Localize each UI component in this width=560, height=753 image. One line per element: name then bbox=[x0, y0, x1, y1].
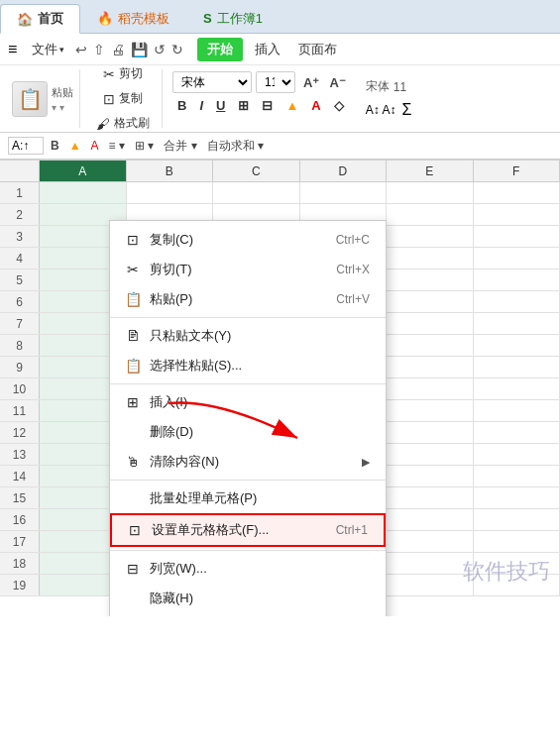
eraser-btn[interactable]: ◇ bbox=[329, 97, 349, 114]
quick-bold[interactable]: B bbox=[48, 138, 62, 154]
cell-F12[interactable] bbox=[474, 422, 561, 443]
paste-btn[interactable]: 📋 bbox=[12, 81, 48, 117]
quick-merge[interactable]: 合并 ▾ bbox=[161, 137, 199, 156]
cell-A1[interactable] bbox=[40, 182, 127, 203]
cell-E2[interactable] bbox=[387, 204, 474, 225]
redo1-btn[interactable]: ⇧ bbox=[93, 42, 105, 57]
start-btn[interactable]: 开始 bbox=[197, 38, 243, 61]
cell-F10[interactable] bbox=[474, 378, 561, 399]
copy-btn[interactable]: ⊡ 复制 bbox=[97, 88, 149, 109]
ctx-item-hide[interactable]: 隐藏(H) bbox=[110, 584, 386, 613]
cell-E10[interactable] bbox=[387, 378, 474, 399]
cell-F8[interactable] bbox=[474, 335, 561, 356]
cell-E18[interactable] bbox=[387, 553, 474, 574]
cell-E12[interactable] bbox=[387, 422, 474, 443]
cell-E7[interactable] bbox=[387, 313, 474, 334]
cell-E6[interactable] bbox=[387, 291, 474, 312]
table-row[interactable]: 1 bbox=[0, 182, 560, 204]
insert-menu[interactable]: 插入 bbox=[249, 39, 286, 60]
quick-autosum[interactable]: 自动求和 ▾ bbox=[204, 137, 267, 156]
ctx-item-insert[interactable]: ⊞插入(I) bbox=[110, 387, 386, 417]
border-btn[interactable]: ⊞ bbox=[233, 97, 254, 114]
cell-E3[interactable] bbox=[387, 226, 474, 247]
cell-F9[interactable] bbox=[474, 357, 561, 377]
bold-btn[interactable]: B bbox=[172, 97, 191, 114]
ctx-item-delete[interactable]: 删除(D) bbox=[110, 417, 386, 447]
italic-btn[interactable]: I bbox=[194, 97, 208, 114]
cell-F17[interactable] bbox=[474, 531, 561, 552]
cell-E14[interactable] bbox=[387, 466, 474, 486]
format-painter-btn[interactable]: 🖌 格式刷 bbox=[90, 113, 156, 134]
cell-F15[interactable] bbox=[474, 487, 561, 508]
font-name-select[interactable]: 宋体 bbox=[172, 71, 252, 93]
cell-F14[interactable] bbox=[474, 466, 561, 486]
quick-fill[interactable]: ▲ bbox=[66, 138, 84, 154]
hamburger-icon[interactable]: ≡ bbox=[8, 41, 17, 58]
cell-F2[interactable] bbox=[474, 204, 561, 225]
cell-E8[interactable] bbox=[387, 335, 474, 356]
cell-E17[interactable] bbox=[387, 531, 474, 552]
cell-E5[interactable] bbox=[387, 269, 474, 290]
col-header-b[interactable]: B bbox=[127, 161, 214, 181]
fill-color-btn[interactable]: ▲ bbox=[280, 97, 303, 114]
cell-F13[interactable] bbox=[474, 444, 561, 465]
file-menu[interactable]: 文件 ▾ bbox=[27, 39, 69, 60]
cell-E13[interactable] bbox=[387, 444, 474, 465]
col-header-d[interactable]: D bbox=[300, 161, 388, 181]
name-box[interactable]: A:↑ bbox=[8, 137, 44, 155]
cell-F19[interactable] bbox=[474, 575, 561, 595]
ctx-item-paste-special[interactable]: 📋选择性粘贴(S)... bbox=[110, 351, 386, 380]
undo-btn[interactable]: ↩ bbox=[75, 42, 87, 57]
redo2-btn[interactable]: ↻ bbox=[171, 42, 183, 57]
ctx-item-col-width[interactable]: ⊟列宽(W)... bbox=[110, 554, 386, 584]
cell-C1[interactable] bbox=[213, 182, 300, 203]
cell-E9[interactable] bbox=[387, 357, 474, 377]
cell-F1[interactable] bbox=[474, 182, 561, 203]
cell-F3[interactable] bbox=[474, 226, 561, 247]
cell-F4[interactable] bbox=[474, 248, 561, 269]
cell-D1[interactable] bbox=[300, 182, 388, 203]
cell-E1[interactable] bbox=[387, 182, 474, 203]
tab-template[interactable]: 🔥 稻壳模板 bbox=[80, 3, 186, 33]
font-color-btn[interactable]: A bbox=[306, 97, 325, 114]
ctx-item-paste[interactable]: 📋粘贴(P)Ctrl+V bbox=[110, 284, 386, 314]
col-header-c[interactable]: C bbox=[213, 161, 300, 181]
ctx-item-clear[interactable]: 🖱清除内容(N)▶ bbox=[110, 447, 386, 477]
ctx-item-format-cell[interactable]: ⊡设置单元格格式(F)...Ctrl+1 bbox=[110, 513, 386, 547]
cell-F16[interactable] bbox=[474, 509, 561, 530]
font-decrease-btn[interactable]: A⁻ bbox=[325, 74, 349, 91]
ctx-item-copy[interactable]: ⊡复制(C)Ctrl+C bbox=[110, 225, 386, 255]
quick-align[interactable]: ≡ ▾ bbox=[106, 138, 128, 154]
underline-btn[interactable]: U bbox=[211, 97, 230, 114]
ctx-item-batch[interactable]: 批量处理单元格(P) bbox=[110, 484, 386, 513]
border2-btn[interactable]: ⊟ bbox=[257, 97, 278, 114]
cell-F5[interactable] bbox=[474, 269, 561, 290]
font-size-select[interactable]: 11 bbox=[256, 71, 295, 93]
ctx-item-paste-text[interactable]: 🖹只粘贴文本(Y) bbox=[110, 321, 386, 351]
quick-fontcolor[interactable]: A bbox=[88, 138, 102, 154]
cell-E11[interactable] bbox=[387, 400, 474, 421]
cell-F11[interactable] bbox=[474, 400, 561, 421]
ctx-item-cut[interactable]: ✂剪切(T)Ctrl+X bbox=[110, 255, 386, 284]
quick-border[interactable]: ⊞ ▾ bbox=[132, 138, 157, 154]
page-layout-menu[interactable]: 页面布 bbox=[292, 39, 343, 60]
cell-B1[interactable] bbox=[127, 182, 214, 203]
cell-F6[interactable] bbox=[474, 291, 561, 312]
cell-E19[interactable] bbox=[387, 575, 474, 595]
font-increase-btn[interactable]: A⁺ bbox=[299, 74, 323, 91]
cut-btn[interactable]: ✂ 剪切 bbox=[97, 63, 149, 84]
print-btn[interactable]: 🖨 bbox=[111, 42, 125, 57]
col-header-e[interactable]: E bbox=[387, 161, 474, 181]
cell-E15[interactable] bbox=[387, 487, 474, 508]
col-header-f[interactable]: F bbox=[474, 161, 561, 181]
tab-home[interactable]: 🏠 首页 bbox=[0, 4, 80, 34]
tab-sheet[interactable]: S 工作簿1 bbox=[186, 3, 280, 33]
cell-F18[interactable] bbox=[474, 553, 561, 574]
save-btn[interactable]: 💾 bbox=[131, 42, 148, 57]
col-header-a[interactable]: A bbox=[40, 161, 127, 181]
cell-F7[interactable] bbox=[474, 313, 561, 334]
ctx-item-unhide[interactable]: 取消隐藏(U) bbox=[110, 613, 386, 616]
cell-E4[interactable] bbox=[387, 248, 474, 269]
cell-E16[interactable] bbox=[387, 509, 474, 530]
undo2-btn[interactable]: ↺ bbox=[154, 42, 166, 57]
